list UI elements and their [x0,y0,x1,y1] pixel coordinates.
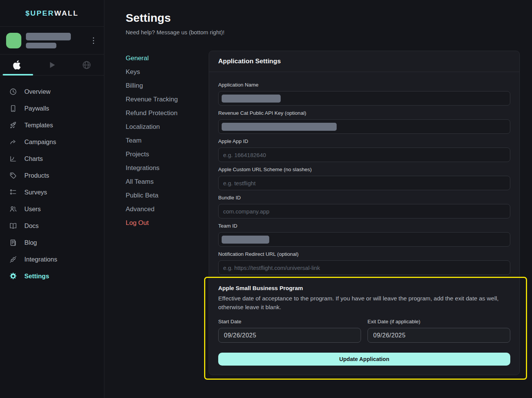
app-selector[interactable] [0,27,104,55]
tag-icon [9,172,17,180]
tab-android[interactable] [35,55,69,75]
sidebar-item-users[interactable]: Users [0,201,104,217]
sidebar-item-label: Integrations [24,256,57,263]
update-application-button[interactable]: Update Application [218,353,510,366]
field-label: Apple Custom URL Scheme (no slashes) [218,167,510,173]
sbp-title: Apple Small Business Program [218,285,510,291]
sbp-dates-row: Start Date Exit Date (if applicable) [218,319,510,343]
sidebar-item-overview[interactable]: Overview [0,83,104,100]
field-apple-url-scheme: Apple Custom URL Scheme (no slashes) [218,167,510,190]
main-content: Settings Need help? Message us (bottom r… [104,0,532,398]
small-business-program-section: Apple Small Business Program Effective d… [218,285,510,366]
platform-tab-bar [0,55,104,75]
settings-nav-refund-protection[interactable]: Refund Protection [126,106,209,120]
sidebar-item-templates[interactable]: Templates [0,117,104,133]
sidebar-item-blog[interactable]: Blog [0,234,104,251]
sidebar-item-label: Docs [24,222,39,229]
settings-nav-advanced[interactable]: Advanced [126,202,209,216]
settings-nav-projects[interactable]: Projects [126,148,209,161]
field-apple-app-id: Apple App ID [218,138,510,162]
exit-date-field: Exit Date (if applicable) [367,319,510,343]
sidebar-item-surveys[interactable]: Surveys [0,184,104,201]
start-date-field: Start Date [218,319,361,343]
start-date-label: Start Date [218,319,361,325]
tab-web[interactable] [69,55,104,75]
settings-nav-localization[interactable]: Localization [126,120,209,134]
page-subtitle: Need help? Message us (bottom right)! [126,29,520,35]
sidebar-item-charts[interactable]: Charts [0,150,104,167]
app-menu-ellipsis-icon[interactable] [89,35,98,46]
sbp-description: Effective date of acceptance to the prog… [218,294,510,311]
application-name-input[interactable] [218,91,510,106]
settings-nav-integrations[interactable]: Integrations [126,161,209,175]
logo-accent-text: $UPER [26,9,54,18]
sidebar: $UPERWALL [0,0,104,398]
apple-icon [13,60,22,70]
sidebar-item-label: Paywalls [24,105,49,112]
exit-date-label: Exit Date (if applicable) [367,319,510,325]
sidebar-item-label: Blog [24,239,37,246]
settings-nav-public-beta[interactable]: Public Beta [126,189,209,202]
settings-nav: General Keys Billing Revenue Tracking Re… [126,51,209,230]
redacted-value-bar [222,236,269,244]
field-application-name: Application Name [218,82,510,106]
sidebar-item-label: Charts [24,155,43,162]
sidebar-item-label: Campaigns [24,138,56,146]
sidebar-item-campaigns[interactable]: Campaigns [0,133,104,150]
logout-link[interactable]: Log Out [126,216,209,230]
redacted-value-bar [222,123,337,131]
globe-icon [82,60,91,70]
redacted-app-subtitle-bar [26,43,56,48]
redacted-app-name-bar [26,33,71,40]
sidebar-item-products[interactable]: Products [0,167,104,184]
apple-app-id-input[interactable] [218,148,510,162]
logo-rest-text: WALL [54,9,79,18]
application-settings-card: Application Settings Application Name Re… [209,51,520,375]
field-label: Application Name [218,82,510,88]
sidebar-item-label: Overview [24,88,51,95]
play-icon [47,60,57,70]
start-date-input[interactable] [218,328,361,343]
page-title: Settings [126,11,520,24]
field-notification-redirect-url: Notification Redirect URL (optional) [218,251,510,275]
sidebar-nav: Overview Paywalls Templates [0,75,104,398]
team-id-input[interactable] [218,232,510,247]
field-label: Bundle ID [218,195,510,201]
field-label: Apple App ID [218,138,510,144]
field-team-id: Team ID [218,223,510,247]
settings-nav-billing[interactable]: Billing [126,79,209,93]
settings-nav-team[interactable]: Team [126,134,209,148]
exit-date-input[interactable] [367,328,510,343]
gear-icon [9,272,17,280]
sidebar-item-integrations[interactable]: Integrations [0,251,104,268]
apple-url-scheme-input[interactable] [218,176,510,190]
rocket-icon [9,121,17,129]
sidebar-item-label: Surveys [24,189,47,196]
field-label: Notification Redirect URL (optional) [218,251,510,257]
chart-line-icon [9,155,17,163]
notification-redirect-url-input[interactable] [218,260,510,275]
sidebar-item-label: Settings [24,273,49,280]
clock-icon [9,88,17,96]
revenuecat-api-key-input[interactable] [218,119,510,134]
bundle-id-input[interactable] [218,204,510,218]
sidebar-item-settings[interactable]: Settings [0,268,104,284]
field-label: Revenue Cat Public API Key (optional) [218,110,510,116]
field-revenuecat-api-key: Revenue Cat Public API Key (optional) [218,110,510,134]
sidebar-item-docs[interactable]: Docs [0,217,104,234]
book-icon [9,222,17,230]
plug-icon [9,255,17,263]
active-tab-indicator [3,74,33,75]
settings-nav-general[interactable]: General [126,51,209,65]
settings-nav-revenue-tracking[interactable]: Revenue Tracking [126,93,209,106]
phone-icon [9,104,17,112]
checklist-icon [9,188,17,196]
redacted-value-bar [222,95,281,103]
sidebar-item-label: Templates [24,122,53,129]
settings-nav-keys[interactable]: Keys [126,65,209,79]
app-avatar[interactable] [6,33,21,48]
settings-nav-all-teams[interactable]: All Teams [126,175,209,189]
sidebar-item-paywalls[interactable]: Paywalls [0,100,104,117]
tab-ios[interactable] [0,55,35,75]
users-icon [9,205,17,213]
